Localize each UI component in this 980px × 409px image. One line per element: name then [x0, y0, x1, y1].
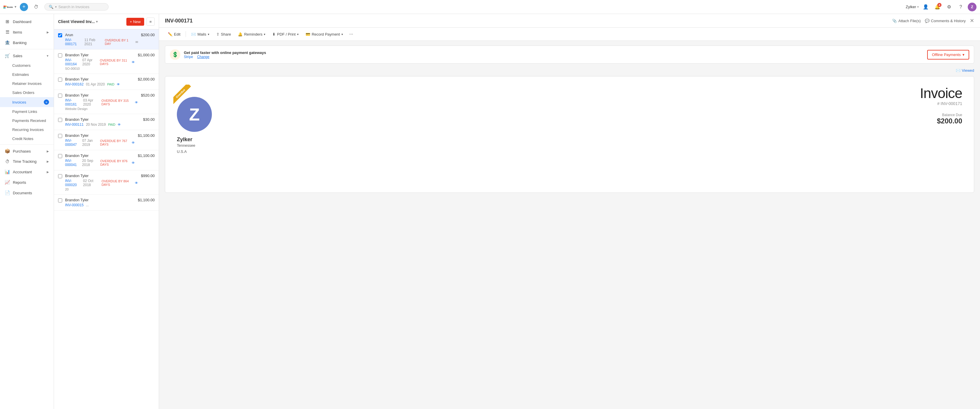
global-add-button[interactable]: + [20, 3, 28, 11]
sidebar-item-dashboard[interactable]: ⊞ Dashboard [0, 16, 54, 27]
contacts-button[interactable]: 👤 [921, 2, 931, 12]
item-invoice-number[interactable]: INV-000047 [65, 139, 80, 147]
list-item[interactable]: Brandon Tyler INV-000164 07 Apr 2020 OVE… [54, 49, 159, 74]
item-checkbox[interactable] [58, 198, 62, 203]
list-header: Client Viewed Inv... ▾ + New ≡ [54, 14, 159, 30]
invoices-add-icon[interactable]: + [44, 100, 49, 105]
eye-icon: 👁 [135, 181, 138, 185]
item-checkbox[interactable] [58, 53, 62, 58]
payment-gateway-banner: 💲 Get paid faster with online payment ga… [165, 46, 974, 63]
edit-icon: ✏️ [168, 32, 172, 36]
offline-payments-button[interactable]: Offline Payments ▾ [927, 50, 969, 60]
sidebar-item-customers[interactable]: Customers [0, 61, 54, 70]
item-invoice-number[interactable]: INV-000164 [65, 58, 80, 66]
change-link[interactable]: Change [197, 55, 209, 59]
item-body: Brandon Tyler INV-000041 20 Sep 2018 OVE… [65, 154, 135, 167]
app-logo[interactable]: Books ▾ [3, 4, 16, 10]
comments-history-button[interactable]: 💬 Comments & History [925, 19, 966, 23]
item-status: PAID [107, 82, 115, 86]
item-checkbox[interactable] [58, 134, 62, 139]
eye-icon: 👁 [132, 161, 135, 165]
item-invoice-number[interactable]: INV-000015 [65, 203, 83, 207]
list-item[interactable]: Brandon Tyler INV-000162 01 Apr 2020 PAI… [54, 74, 159, 90]
stripe-label[interactable]: Stripe [184, 55, 193, 59]
list-item[interactable]: Brandon Tyler INV-000020 02 Oct 2018 OVE… [54, 170, 159, 195]
share-button[interactable]: ⇧ Share [213, 31, 234, 38]
attach-files-button[interactable]: 📎 Attach File(s) [892, 19, 921, 23]
sidebar-item-documents[interactable]: 📄 Documents [0, 187, 54, 198]
list-item[interactable]: Brandon Tyler INV-000161 03 Apr 2020 OVE… [54, 90, 159, 114]
sidebar-item-time-tracking[interactable]: ⏱ Time Tracking ▶ [0, 156, 54, 166]
help-button[interactable]: ? [956, 2, 966, 12]
item-invoice-number[interactable]: INV-000020 [65, 179, 81, 187]
sidebar-item-items[interactable]: ☰ Items ▶ [0, 27, 54, 37]
item-checkbox[interactable] [58, 118, 62, 123]
items-arrow-icon: ▶ [47, 31, 49, 34]
record-payment-icon: 💳 [305, 32, 310, 36]
list-title[interactable]: Client Viewed Inv... ▾ [58, 19, 124, 24]
sidebar-item-purchases[interactable]: 📦 Purchases ▶ [0, 146, 54, 156]
sidebar-item-retainer-invoices[interactable]: Retainer Invoices [0, 79, 54, 88]
invoice-heading: Invoice [920, 85, 962, 101]
item-invoice-number[interactable]: INV-000111 [65, 122, 83, 127]
item-customer-name: Brandon Tyler [65, 174, 138, 178]
hamburger-icon: ≡ [150, 19, 152, 24]
sidebar-label-sales-orders: Sales Orders [12, 90, 35, 95]
purchases-icon: 📦 [5, 149, 10, 154]
company-name: Zylker [177, 136, 192, 143]
item-invoice-number[interactable]: INV-000041 [65, 159, 80, 167]
item-meta: INV-000162 01 Apr 2020 PAID 👁 [65, 82, 135, 86]
list-item[interactable]: Brandon Tyler INV-000111 20 Nov 2019 PAI… [54, 114, 159, 130]
sidebar-item-invoices[interactable]: Invoices + [0, 97, 54, 107]
user-name-dropdown[interactable]: Zylker ▾ [906, 5, 919, 9]
sidebar-item-credit-notes[interactable]: Credit Notes [0, 134, 54, 143]
more-options-button[interactable]: ··· [347, 30, 355, 38]
notifications-button[interactable]: 🔔 4 [933, 2, 942, 12]
sidebar-item-recurring-invoices[interactable]: Recurring Invoices [0, 125, 54, 134]
settings-button[interactable]: ⚙ [944, 2, 954, 12]
sidebar-label-items: Items [13, 30, 22, 35]
item-customer-name: Brandon Tyler [65, 154, 135, 158]
item-checkbox[interactable] [58, 94, 62, 98]
item-checkbox[interactable] [58, 154, 62, 159]
item-checkbox[interactable] [58, 33, 62, 38]
sidebar-item-reports[interactable]: 📈 Reports [0, 177, 54, 187]
new-invoice-button[interactable]: + New [126, 18, 144, 26]
item-checkbox[interactable] [58, 174, 62, 179]
toolbar-divider-1 [186, 31, 186, 37]
search-bar[interactable]: 🔍 ▾ Search in Invoices [45, 3, 108, 11]
edit-button[interactable]: ✏️ Edit [165, 31, 183, 38]
list-item[interactable]: Brandon Tyler INV-000015 ... $1,100.00 [54, 195, 159, 211]
record-payment-caret-icon: ▾ [342, 33, 343, 36]
list-menu-button[interactable]: ≡ [146, 17, 155, 26]
sidebar-item-estimates[interactable]: Estimates [0, 70, 54, 79]
pdf-print-button[interactable]: ⬇ PDF / Print ▾ [269, 31, 301, 38]
item-customer-name: Brandon Tyler [65, 53, 135, 57]
item-invoice-number[interactable]: INV-000162 [65, 82, 83, 86]
nav-icons-group: Zylker ▾ 👤 🔔 4 ⚙ ? Z [906, 2, 977, 12]
list-item[interactable]: Arun INV-000171 11 Feb 2021 OVERDUE BY 1… [54, 30, 159, 49]
item-date: ... [86, 203, 89, 207]
payment-symbol-icon: 💲 [172, 51, 178, 58]
item-date: 20 Sep 2018 [82, 159, 98, 167]
sidebar-item-sales[interactable]: 🛒 Sales ▼ [0, 51, 54, 61]
payment-banner-sub: Stripe Change [184, 55, 924, 59]
sidebar-item-banking[interactable]: 🏦 Banking [0, 37, 54, 48]
history-button[interactable]: ⏱ [32, 2, 41, 12]
item-invoice-number[interactable]: INV-000171 [65, 38, 82, 46]
avatar[interactable]: Z [968, 3, 977, 11]
record-payment-button[interactable]: 💳 Record Payment ▾ [303, 31, 346, 38]
item-checkbox[interactable] [58, 78, 62, 82]
item-invoice-number[interactable]: INV-000161 [65, 98, 81, 106]
svg-rect-1 [6, 6, 6, 7]
sidebar-item-accountant[interactable]: 📊 Accountant ▶ [0, 166, 54, 177]
list-item[interactable]: Brandon Tyler INV-000041 20 Sep 2018 OVE… [54, 150, 159, 170]
close-detail-button[interactable]: ✕ [970, 17, 974, 24]
sidebar-item-sales-orders[interactable]: Sales Orders [0, 88, 54, 97]
sidebar-label-payment-links: Payment Links [12, 109, 37, 114]
reminders-button[interactable]: 🔔 Reminders ▾ [235, 31, 268, 38]
sidebar-item-payment-links[interactable]: Payment Links [0, 107, 54, 116]
sidebar-item-payments-received[interactable]: Payments Received [0, 116, 54, 125]
list-item[interactable]: Brandon Tyler INV-000047 07 Jan 2019 OVE… [54, 130, 159, 150]
mails-button[interactable]: ✉️ Mails ▾ [188, 31, 212, 38]
